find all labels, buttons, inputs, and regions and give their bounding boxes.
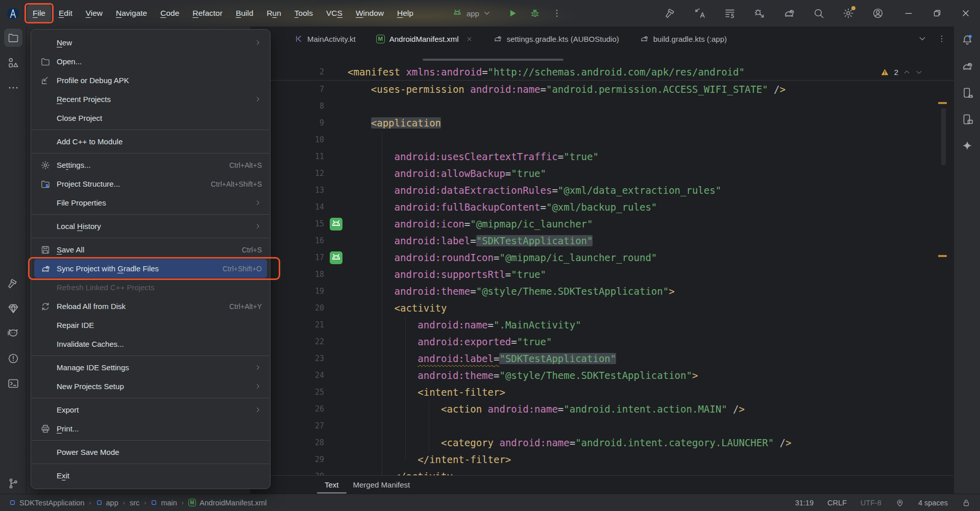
breadcrumb-item[interactable]: src	[130, 499, 139, 507]
chevron-down-icon[interactable]	[483, 9, 491, 17]
account-icon[interactable]	[872, 7, 884, 19]
tool-problems-icon[interactable]	[7, 352, 19, 365]
menu-item-manage-ide-settings[interactable]: Manage IDE Settings	[34, 358, 267, 377]
menu-view[interactable]: View	[79, 0, 109, 27]
menu-tools[interactable]: Tools	[288, 0, 320, 27]
inspections-widget[interactable]: 2	[880, 64, 923, 81]
menu-item-profile-or-debug-apk[interactable]: Profile or Debug APK	[34, 71, 267, 90]
menu-item-reload-all-from-disk[interactable]: Reload All from DiskCtrl+Alt+Y	[34, 297, 267, 316]
tool-notifications-icon[interactable]	[961, 34, 973, 46]
tool-logcat-icon[interactable]	[7, 327, 19, 340]
launcher-icon-preview[interactable]	[330, 218, 342, 231]
tab-list-chevron-icon[interactable]	[918, 34, 927, 43]
tool-resource-manager-icon[interactable]	[7, 57, 19, 69]
breadcrumb-item[interactable]: app	[96, 499, 118, 507]
menu-item-power-save-mode[interactable]: Power Save Mode	[34, 443, 267, 462]
menu-navigate[interactable]: Navigate	[109, 0, 154, 27]
menu-item-new[interactable]: New	[34, 33, 267, 52]
editor-tab[interactable]: settings.gradle.kts (AUBOStudio)	[486, 27, 626, 51]
tool-version-control-icon[interactable]	[7, 477, 19, 490]
warning-icon	[880, 68, 889, 76]
attach-debugger-icon[interactable]	[753, 7, 766, 19]
menu-help[interactable]: Help	[390, 0, 420, 27]
menu-item-recent-projects[interactable]: Recent Projects	[34, 90, 267, 109]
menu-build[interactable]: Build	[229, 0, 260, 27]
tab-scrollbar-thumb[interactable]	[423, 59, 564, 61]
menu-item-export[interactable]: Export	[34, 400, 267, 419]
tool-build-hammer-icon[interactable]	[7, 277, 19, 290]
tool-terminal-icon[interactable]	[7, 377, 19, 390]
caret-position-widget[interactable]: 31:19	[795, 499, 814, 507]
lock-icon[interactable]	[962, 498, 971, 507]
next-problem-icon[interactable]	[915, 68, 923, 76]
menu-item-repair-ide[interactable]: Repair IDE	[34, 316, 267, 335]
code-line: 8	[250, 98, 953, 115]
code-line: 18 android:supportsRtl="true"	[250, 266, 953, 283]
menu-edit[interactable]: Edit	[52, 0, 79, 27]
tool-gemini-icon[interactable]	[961, 140, 973, 152]
code-lines[interactable]: 7 <uses-permission android:name="android…	[250, 81, 953, 475]
tool-app-quality-insights-icon[interactable]	[7, 302, 19, 315]
translate-icon[interactable]	[694, 7, 706, 19]
tool-more-icon[interactable]	[7, 82, 19, 94]
menu-code[interactable]: Code	[154, 0, 186, 27]
pin-icon[interactable]	[895, 498, 904, 507]
tool-gradle-icon[interactable]	[961, 60, 973, 72]
menu-item-close-project[interactable]: Close Project	[34, 109, 267, 127]
prev-problem-icon[interactable]	[903, 68, 911, 76]
menu-item-project-structure[interactable]: Project Structure...Ctrl+Alt+Shift+S	[34, 174, 267, 193]
restore-button[interactable]	[923, 0, 951, 27]
search-icon[interactable]	[813, 7, 825, 19]
manifest-view-tab-text[interactable]: Text	[325, 480, 339, 489]
menu-item-local-history[interactable]: Local History	[34, 217, 267, 236]
tool-device-manager-icon[interactable]	[961, 87, 973, 99]
tool-running-devices-icon[interactable]	[961, 113, 973, 125]
indent-widget[interactable]: 4 spaces	[918, 499, 948, 507]
menu-item-save-all[interactable]: Save AllCtrl+S	[34, 240, 267, 259]
menu-item-settings[interactable]: Settings...Ctrl+Alt+S	[34, 156, 267, 174]
menu-item-invalidate-caches[interactable]: Invalidate Caches...	[34, 335, 267, 353]
tool-project-icon[interactable]	[7, 32, 19, 44]
editor-scrollbar-thumb[interactable]	[941, 108, 946, 165]
menu-item-file-properties[interactable]: File Properties	[34, 193, 267, 212]
menu-window[interactable]: Window	[349, 0, 390, 27]
settings-icon[interactable]	[842, 7, 854, 19]
line-ending-widget[interactable]: CRLF	[827, 499, 847, 507]
warning-stripe-mark[interactable]	[938, 102, 947, 104]
menu-item-exit[interactable]: Exit	[34, 466, 267, 485]
menu-item-open[interactable]: Open...	[34, 52, 267, 71]
tab-options-icon[interactable]	[937, 34, 946, 43]
debug-button[interactable]	[529, 8, 541, 19]
menu-item-sync-project-with-gradle-files[interactable]: Sync Project with Gradle FilesCtrl+Shift…	[34, 259, 267, 278]
menu-refactor[interactable]: Refactor	[186, 0, 229, 27]
breadcrumb-item[interactable]: SDKTestApplication	[9, 499, 84, 507]
warning-stripe-mark[interactable]	[938, 255, 947, 257]
menu-run[interactable]: Run	[260, 0, 287, 27]
breadcrumb-item[interactable]: main	[151, 499, 177, 507]
menu-item-label: Add C++ to Module	[57, 137, 122, 146]
breadcrumb-item[interactable]: MAndroidManifest.xml	[188, 499, 266, 507]
menu-item-new-projects-setup[interactable]: New Projects Setup	[34, 377, 267, 396]
gradle-icon[interactable]	[783, 7, 795, 19]
editor-tab[interactable]: MAndroidManifest.xml	[370, 27, 479, 51]
more-actions-icon[interactable]	[552, 8, 562, 18]
manifest-view-tab-merged-manifest[interactable]: Merged Manifest	[353, 480, 410, 489]
launcher-icon-preview[interactable]	[330, 251, 342, 264]
build-hammer-icon[interactable]	[665, 7, 677, 19]
close-tab-icon[interactable]	[466, 36, 473, 42]
menu-item-label: Local History	[57, 222, 101, 231]
close-button[interactable]	[951, 0, 980, 27]
editor-tab[interactable]: MainActivity.kt	[288, 27, 362, 51]
menu-item-print[interactable]: Print...	[34, 419, 267, 438]
editor-area[interactable]: MainActivity.ktMAndroidManifest.xmlsetti…	[250, 27, 953, 494]
run-button[interactable]	[507, 8, 518, 19]
menu-item-add-c-to-module[interactable]: Add C++ to Module	[34, 132, 267, 151]
minimize-button[interactable]	[894, 0, 923, 27]
editor-tab[interactable]: build.gradle.kts (:app)	[633, 27, 733, 51]
run-configuration-selector[interactable]: app	[467, 9, 479, 18]
menu-file[interactable]: File	[26, 0, 52, 27]
menu-vcs[interactable]: VCS	[320, 0, 349, 27]
menu-item-label: Save All	[57, 245, 84, 254]
todo-list-icon[interactable]	[724, 7, 736, 19]
encoding-widget[interactable]: UTF-8	[861, 499, 881, 507]
